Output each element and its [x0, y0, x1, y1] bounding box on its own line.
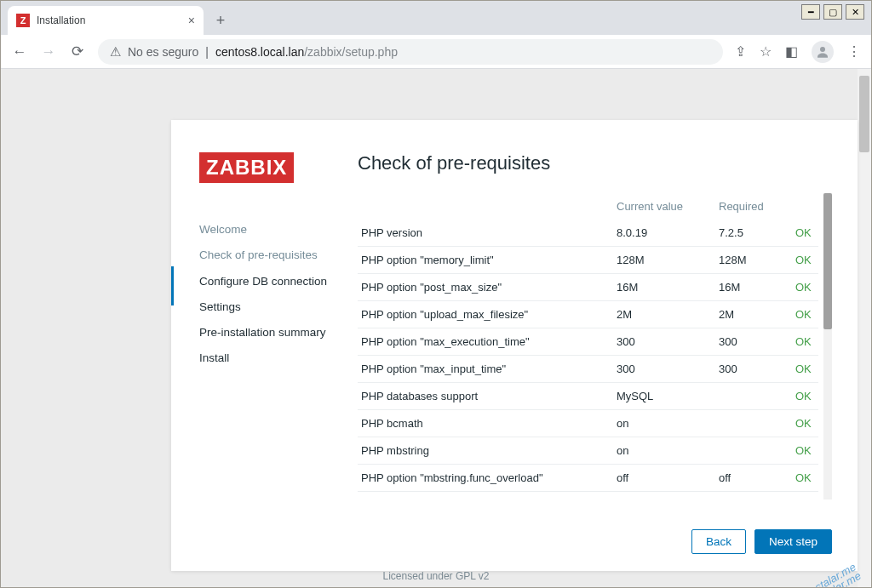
cell-status: OK — [792, 465, 818, 492]
cell-status: OK — [792, 274, 818, 301]
table-row: PHP option "mbstring.func_overload"offof… — [358, 465, 818, 492]
cell-required: off — [715, 465, 792, 492]
cell-name: PHP bcmath — [358, 410, 613, 437]
page-title: Check of pre-requisites — [358, 152, 832, 174]
cell-status: OK — [792, 247, 818, 274]
cell-required — [715, 437, 792, 465]
wizard-step-3[interactable]: Settings — [199, 294, 354, 320]
cell-name: PHP option "max_input_time" — [358, 356, 613, 383]
cell-status: OK — [792, 301, 818, 328]
url-input[interactable]: ⚠ No es seguro | centos8.local.lan/zabbi… — [98, 39, 723, 65]
wizard-sidebar: ZABBIX WelcomeCheck of pre-requisitesCon… — [171, 120, 354, 571]
cell-name: PHP option "post_max_size" — [358, 274, 613, 301]
cell-current: off — [613, 465, 715, 492]
menu-icon[interactable]: ⋮ — [847, 43, 861, 60]
cell-required — [715, 383, 792, 410]
not-secure-icon: ⚠ — [110, 44, 121, 60]
cell-status: OK — [792, 383, 818, 410]
cell-status: OK — [792, 220, 818, 247]
address-bar: ← → ⟳ ⚠ No es seguro | centos8.local.lan… — [1, 35, 871, 69]
next-step-button[interactable]: Next step — [754, 529, 832, 554]
browser-tab-bar: Z Installation × + ﹀ — [1, 1, 871, 35]
cell-status: OK — [792, 437, 818, 465]
profile-avatar[interactable] — [812, 41, 834, 63]
bookmark-icon[interactable]: ☆ — [760, 43, 772, 60]
wizard-step-0[interactable]: Welcome — [199, 217, 354, 243]
cell-required: 128M — [715, 247, 792, 274]
table-row: PHP bcmathonOK — [358, 410, 818, 437]
table-row: PHP mbstringonOK — [358, 437, 818, 465]
tab-title: Installation — [37, 14, 85, 26]
browser-tab[interactable]: Z Installation × — [8, 6, 204, 35]
table-row: PHP option "post_max_size"16M16MOK — [358, 274, 818, 301]
wizard-step-1[interactable]: Check of pre-requisites — [199, 243, 354, 268]
table-row: PHP option "max_input_time"300300OK — [358, 356, 818, 383]
cell-status: OK — [792, 356, 818, 383]
cell-current: 8.0.19 — [613, 220, 715, 247]
share-icon[interactable]: ⇪ — [735, 43, 746, 60]
table-row: PHP option "max_execution_time"300300OK — [358, 328, 818, 356]
page-scrollbar[interactable] — [858, 69, 871, 587]
col-status — [792, 193, 818, 220]
col-required: Required — [715, 193, 792, 220]
window-minimize-button[interactable]: ━ — [801, 4, 820, 20]
window-close-button[interactable]: ✕ — [846, 4, 864, 20]
table-row: PHP databases supportMySQLOK — [358, 383, 818, 410]
url-text: centos8.local.lan/zabbix/setup.php — [215, 45, 398, 59]
cell-name: PHP option "upload_max_filesize" — [358, 301, 613, 328]
cell-current: on — [613, 410, 715, 437]
col-name — [358, 193, 613, 220]
wizard-main: Check of pre-requisites Current value Re… — [354, 120, 858, 571]
cell-status: OK — [792, 328, 818, 356]
prerequisites-table: Current value Required PHP version8.0.19… — [358, 193, 818, 492]
license-text: Licensed under GPL v2 — [383, 570, 490, 582]
cell-current: on — [613, 437, 715, 465]
svg-point-0 — [820, 47, 825, 52]
cell-required — [715, 410, 792, 437]
table-row: PHP option "upload_max_filesize"2M2MOK — [358, 301, 818, 328]
table-body: PHP version8.0.197.2.5OKPHP option "memo… — [358, 220, 818, 492]
wizard-step-4[interactable]: Pre-installation summary — [199, 320, 354, 345]
cell-required: 300 — [715, 356, 792, 383]
cell-current: MySQL — [613, 383, 715, 410]
cell-status: OK — [792, 410, 818, 437]
cell-name: PHP option "mbstring.func_overload" — [358, 465, 613, 492]
table-row: PHP version8.0.197.2.5OK — [358, 220, 818, 247]
table-scrollbar[interactable] — [823, 193, 832, 500]
cell-current: 300 — [613, 356, 715, 383]
cell-required: 7.2.5 — [715, 220, 792, 247]
window-maximize-button[interactable]: ▢ — [823, 4, 842, 20]
table-row: PHP option "memory_limit"128M128MOK — [358, 247, 818, 274]
cell-current: 128M — [613, 247, 715, 274]
cell-name: PHP version — [358, 220, 613, 247]
wizard-step-2[interactable]: Configure DB connection — [199, 269, 354, 294]
forward-icon: → — [40, 43, 57, 60]
back-button[interactable]: Back — [691, 529, 746, 554]
cell-current: 300 — [613, 328, 715, 356]
cell-current: 2M — [613, 301, 715, 328]
side-panel-icon[interactable]: ◧ — [785, 43, 798, 60]
zabbix-logo: ZABBIX — [199, 152, 294, 183]
not-secure-label: No es seguro — [128, 45, 198, 59]
cell-current: 16M — [613, 274, 715, 301]
zabbix-favicon: Z — [16, 14, 30, 27]
page-viewport: ZABBIX WelcomeCheck of pre-requisitesCon… — [1, 69, 871, 587]
cell-required: 16M — [715, 274, 792, 301]
col-current: Current value — [613, 193, 715, 220]
wizard-steps: WelcomeCheck of pre-requisitesConfigure … — [199, 217, 354, 372]
cell-name: PHP databases support — [358, 383, 613, 410]
cell-required: 300 — [715, 328, 792, 356]
setup-card: ZABBIX WelcomeCheck of pre-requisitesCon… — [171, 120, 858, 571]
new-tab-button[interactable]: + — [209, 9, 232, 32]
cell-name: PHP mbstring — [358, 437, 613, 465]
active-step-marker — [171, 266, 174, 305]
close-icon[interactable]: × — [188, 14, 195, 27]
wizard-step-5[interactable]: Install — [199, 345, 354, 371]
cell-name: PHP option "max_execution_time" — [358, 328, 613, 356]
cell-name: PHP option "memory_limit" — [358, 247, 613, 274]
back-icon[interactable]: ← — [11, 43, 28, 60]
cell-required: 2M — [715, 301, 792, 328]
reload-icon[interactable]: ⟳ — [69, 43, 86, 60]
